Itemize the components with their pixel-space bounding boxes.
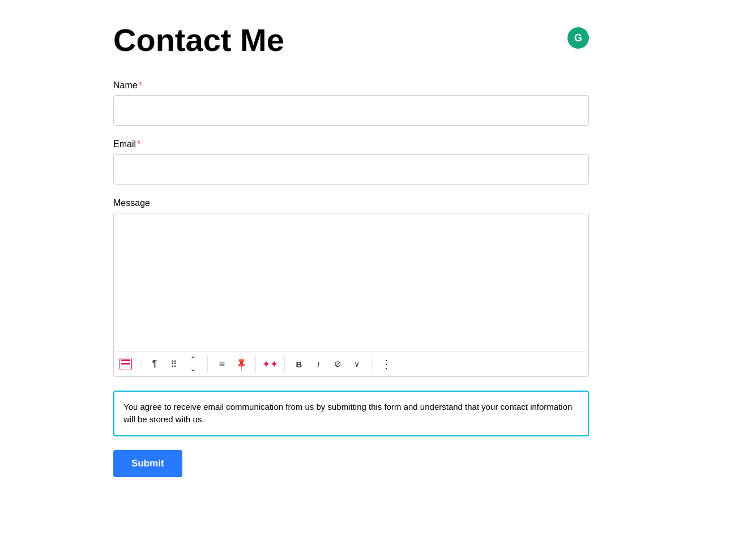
toolbar-divider-4 (284, 356, 285, 372)
toolbar-more-section: ⋮ (374, 354, 398, 374)
move-icon: ⌃⌄ (190, 355, 197, 373)
message-field-group: Message (113, 198, 589, 377)
align-icon: ≡ (219, 358, 225, 370)
toolbar-align-section: ≡ 📌 (210, 354, 253, 374)
paragraph-icon: ¶ (152, 359, 157, 369)
italic-button[interactable]: I (309, 354, 328, 374)
sparkle-button[interactable]: ✦✦ (260, 354, 280, 374)
link-button[interactable]: ⊘ (328, 354, 347, 374)
email-field-group: Email* (113, 139, 589, 185)
email-required-star: * (137, 139, 140, 149)
chevron-down-icon: ∨ (354, 359, 360, 368)
toolbar-divider-2 (207, 356, 208, 372)
grammarly-toolbar-icon (119, 358, 132, 370)
consent-text: You agree to receive email communication… (123, 402, 572, 425)
more-icon: ⋮ (381, 357, 391, 371)
grammarly-toolbar-button[interactable] (116, 354, 135, 374)
toolbar-divider-1 (140, 356, 140, 372)
page-title: Contact Me (113, 23, 284, 58)
message-container: ¶ ⠿ ⌃⌄ ≡ (113, 213, 589, 377)
contact-form: Name* Email* Message (113, 80, 589, 477)
name-field-group: Name* (113, 80, 589, 126)
drag-icon: ⠿ (170, 359, 177, 370)
toolbar-divider-5 (371, 356, 371, 372)
name-required-star: * (139, 80, 142, 90)
toolbar-sparkle-section: ✦✦ (258, 354, 282, 374)
message-textarea[interactable] (114, 213, 588, 349)
email-input[interactable] (113, 154, 589, 185)
consent-box: You agree to receive email communication… (113, 391, 589, 436)
move-button[interactable]: ⌃⌄ (183, 354, 203, 374)
align-button[interactable]: ≡ (212, 354, 232, 374)
pin-icon: 📌 (233, 356, 249, 372)
toolbar-text-format-section: B I ⊘ ∨ (287, 354, 369, 374)
more-options-button[interactable]: ⋮ (376, 354, 395, 374)
chevron-down-button[interactable]: ∨ (347, 354, 366, 374)
name-input[interactable] (113, 95, 589, 126)
toolbar-grammarly-section (114, 354, 138, 374)
message-toolbar: ¶ ⠿ ⌃⌄ ≡ (114, 352, 588, 376)
email-label: Email* (113, 139, 589, 149)
sparkle-icon: ✦✦ (262, 358, 278, 370)
bold-icon: B (296, 359, 302, 369)
name-label: Name* (113, 80, 589, 91)
bold-button[interactable]: B (289, 354, 309, 374)
message-label: Message (113, 198, 589, 208)
pin-button[interactable]: 📌 (232, 354, 251, 374)
grammarly-badge: G (567, 27, 589, 49)
drag-button[interactable]: ⠿ (164, 354, 183, 374)
paragraph-button[interactable]: ¶ (145, 354, 164, 374)
toolbar-format-section: ¶ ⠿ ⌃⌄ (143, 354, 205, 374)
link-icon: ⊘ (334, 359, 341, 369)
submit-button[interactable]: Submit (113, 450, 182, 477)
toolbar-divider-3 (255, 356, 256, 372)
italic-icon: I (317, 359, 319, 369)
